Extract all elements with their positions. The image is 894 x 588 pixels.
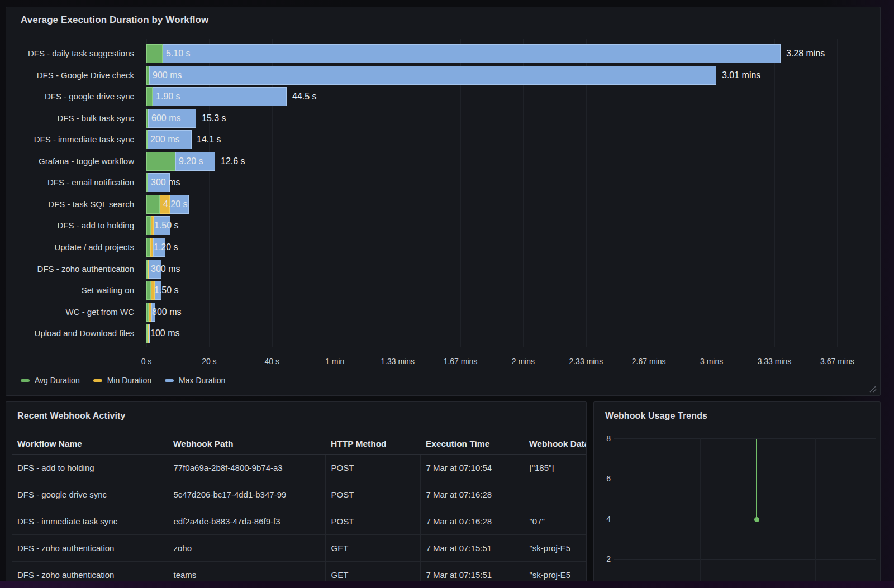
avg-bar-segment [146,216,151,235]
category-label: DFS - email notification [6,173,141,192]
x-tick-label: 1.67 mins [444,357,478,366]
bar-value-label: 300 ms [151,260,180,279]
table-cell: ["185"] [524,455,586,481]
legend-label: Avg Duration [35,376,80,385]
bar-value-label: 9.20 s [179,152,203,171]
x-gridline [523,39,524,347]
x-gridline [586,39,587,347]
max-bar-segment [163,44,781,63]
table-cell: DFS - google drive sync [12,481,168,508]
x-tick-label: 3 mins [700,357,723,366]
category-label: DFS - task SQL search [6,195,141,214]
table-cell: 7 Mar at 07:10:54 [420,455,524,481]
legend-swatch [165,379,174,382]
table-cell [524,481,586,508]
table-cell: DFS - immediate task sync [12,508,168,535]
table-cell: 7 Mar at 07:15:51 [420,535,524,562]
bar-value-label: 1.50 s [154,216,179,235]
table-cell: "sk-proj-E5 [524,535,586,562]
trend-point [754,517,759,522]
trend-v-gridline [644,438,644,588]
table-cell: 77f0a69a-2b8f-4800-9b74-a3 [168,455,325,481]
bar-max-label: 3.28 mins [786,44,825,63]
bar-value-label: 1.50 s [154,281,179,300]
bar-max-label: 12.6 s [221,152,245,171]
grafana-dashboard: { "colors":{ "avg_green":"#6cb363","avg_… [0,0,894,588]
duration-legend: Avg DurationMin DurationMax Duration [21,376,225,385]
webhook-activity-table: Workflow NameWebhook PathHTTP MethodExec… [12,433,586,588]
legend-item[interactable]: Min Duration [93,376,151,385]
x-tick-label: 40 s [265,357,279,366]
trend-h-gridline [614,479,876,479]
x-tick-label: 1 min [325,357,344,366]
table-header-cell[interactable]: Execution Time [420,433,524,455]
table-cell: DFS - zoho authentication [12,535,168,562]
legend-swatch [21,379,30,382]
category-label: Set waiting on [6,281,141,300]
table-row: DFS - add to holding77f0a69a-2b8f-4800-9… [12,455,586,481]
bar-value-label: 1.20 s [154,238,178,257]
bar-max-label: 14.1 s [197,130,221,149]
bar-max-label: 3.01 mins [722,66,760,85]
avg-bar-segment [146,152,175,171]
table-cell: "07" [524,508,586,535]
category-label: DFS - zoho authentication [6,260,141,279]
category-label: Upload and Download files [6,324,141,343]
x-gridline [146,39,147,347]
bottom-edge-strip [0,581,894,588]
bar-value-label: 100 ms [150,324,179,343]
avg-bar-segment [146,87,153,106]
table-cell: POST [325,481,420,508]
table-cell: 7 Mar at 07:16:28 [420,508,524,535]
table-cell: 7 Mar at 07:16:28 [420,481,524,508]
category-label: DFS - Google Drive check [6,66,141,85]
category-label: DFS - daily task suggestions [6,44,141,63]
avg-bar-segment [146,281,151,300]
bar-group[interactable] [146,66,716,85]
trend-v-gridline [700,438,701,588]
duration-panel-title[interactable]: Average Execution Duration by Workflow [21,15,208,26]
avg-bar-segment [146,195,160,214]
x-tick-label: 2.33 mins [569,357,603,366]
table-cell: zoho [168,535,325,562]
max-bar-segment [149,324,150,343]
x-gridline [209,39,210,347]
bar-value-label: 1.90 s [156,87,180,106]
x-gridline [335,39,335,347]
bar-max-label: 15.3 s [202,109,226,128]
x-gridline [649,39,649,347]
trend-v-gridline [815,438,816,588]
table-header-cell[interactable]: HTTP Method [325,433,420,455]
bar-value-label: 300 ms [151,173,180,192]
trend-h-gridline [614,438,876,439]
bar-max-label: 44.5 s [292,87,317,106]
x-tick-label: 3.67 mins [820,357,854,366]
legend-item[interactable]: Avg Duration [21,376,80,385]
x-gridline [774,39,775,347]
bar-value-label: 5.10 s [166,44,191,63]
x-gridline [272,39,273,347]
table-header-cell[interactable]: Webhook Path [168,433,325,455]
bar-group[interactable] [146,324,150,343]
category-label: Update / add projects [6,238,141,257]
bar-value-label: 800 ms [152,303,181,322]
legend-label: Max Duration [179,376,225,385]
table-cell: 5c47d206-bc17-4dd1-b347-99 [168,481,325,508]
max-bar-segment [149,66,716,85]
avg-bar-segment [146,238,150,257]
bar-group[interactable] [146,44,781,63]
x-tick-label: 1.33 mins [381,357,415,366]
table-row: DFS - google drive sync5c47d206-bc17-4dd… [12,481,586,508]
webhook-activity-title[interactable]: Recent Webhook Activity [17,411,125,421]
webhook-trends-title[interactable]: Webhook Usage Trends [605,411,707,421]
table-header-cell[interactable]: Webhook Data [524,433,586,455]
bar-value-label: 600 ms [151,109,180,128]
category-label: DFS - add to holding [6,216,141,235]
legend-item[interactable]: Max Duration [165,376,225,385]
table-header-row: Workflow NameWebhook PathHTTP MethodExec… [12,433,586,455]
x-gridline [712,39,712,347]
table-header-cell[interactable]: Workflow Name [12,433,168,455]
table-cell: POST [325,508,420,535]
panel-resize-handle[interactable] [869,385,877,393]
x-gridline [837,39,838,347]
